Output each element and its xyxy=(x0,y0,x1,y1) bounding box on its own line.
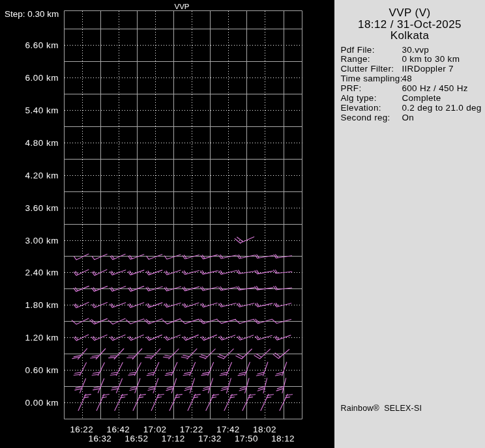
svg-text:16:42: 16:42 xyxy=(107,425,130,434)
svg-text:17:12: 17:12 xyxy=(162,434,185,443)
svg-text:0.00 km: 0.00 km xyxy=(25,398,59,408)
svg-text:3.60 km: 3.60 km xyxy=(25,203,59,213)
svg-text:1.20 km: 1.20 km xyxy=(25,333,59,343)
svg-text:6.00 km: 6.00 km xyxy=(25,73,59,83)
svg-text:VVP: VVP xyxy=(174,3,189,10)
svg-text:18:02: 18:02 xyxy=(253,425,276,434)
svg-text:2.40 km: 2.40 km xyxy=(25,268,59,277)
svg-text:17:32: 17:32 xyxy=(198,434,222,443)
svg-text:18:12: 18:12 xyxy=(271,434,295,443)
svg-text:17:50: 17:50 xyxy=(235,434,258,443)
svg-text:16:32: 16:32 xyxy=(89,434,112,443)
svg-text:Step: 0.30 km: Step: 0.30 km xyxy=(5,9,59,19)
svg-text:6.60 km: 6.60 km xyxy=(25,40,59,50)
svg-text:17:22: 17:22 xyxy=(180,425,203,434)
svg-text:16:22: 16:22 xyxy=(70,425,93,434)
svg-text:0.60 km: 0.60 km xyxy=(25,365,59,375)
svg-text:17:02: 17:02 xyxy=(143,425,167,434)
svg-text:4.20 km: 4.20 km xyxy=(25,171,59,180)
svg-text:16:52: 16:52 xyxy=(125,434,149,443)
svg-text:5.40 km: 5.40 km xyxy=(25,105,59,115)
svg-text:3.00 km: 3.00 km xyxy=(25,236,59,245)
svg-text:4.80 km: 4.80 km xyxy=(25,138,59,148)
svg-text:1.80 km: 1.80 km xyxy=(25,300,59,310)
svg-text:17:42: 17:42 xyxy=(216,425,240,434)
